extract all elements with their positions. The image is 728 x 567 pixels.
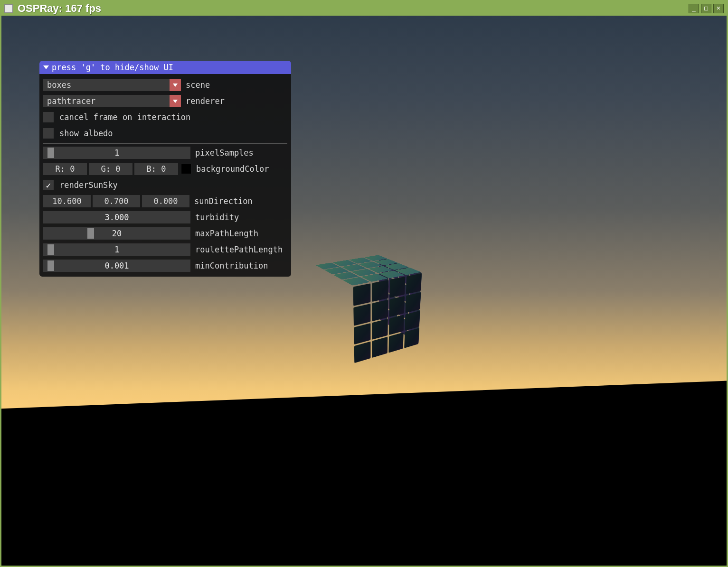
slider-grab[interactable] (87, 228, 94, 239)
turbidity-slider[interactable]: 3.000 (43, 211, 190, 223)
bgcolor-b-input[interactable]: B: 0 (134, 163, 178, 175)
minimize-button[interactable]: _ (689, 4, 699, 13)
settings-panel[interactable]: press 'g' to hide/show UI boxes scene pa… (39, 61, 291, 277)
window-title: OSPRay: 167 fps (18, 2, 687, 15)
pixel-samples-value: 1 (114, 148, 119, 158)
renderer-combo[interactable]: pathtracer (43, 95, 181, 107)
render-sunsky-label: renderSunSky (59, 180, 118, 190)
maxpath-value: 20 (112, 229, 122, 238)
bgcolor-g-input[interactable]: G: 0 (89, 163, 132, 175)
scene-value: boxes (47, 80, 71, 90)
maxpath-label: maxPathLength (195, 229, 258, 238)
bgcolor-r-input[interactable]: R: 0 (43, 163, 87, 175)
roulette-value: 1 (114, 245, 119, 254)
slider-grab[interactable] (47, 244, 54, 255)
scene-combo[interactable]: boxes (43, 79, 181, 91)
maxpath-slider[interactable]: 20 (43, 227, 190, 240)
window-titlebar[interactable]: OSPRay: 167 fps _ □ ✕ (1, 1, 727, 16)
panel-titlebar[interactable]: press 'g' to hide/show UI (39, 61, 291, 74)
boxes-scene (329, 267, 415, 353)
chevron-down-icon (173, 100, 178, 103)
mincontrib-slider[interactable]: 0.001 (43, 260, 190, 272)
pixel-samples-slider[interactable]: 1 (43, 147, 190, 159)
show-albedo-checkbox[interactable] (43, 128, 54, 139)
roulette-label: roulettePathLength (195, 245, 283, 254)
sundir-y-input[interactable]: 0.700 (93, 195, 140, 207)
bgcolor-swatch[interactable] (181, 164, 191, 174)
cube-face-front (352, 272, 422, 364)
scene-label: scene (186, 80, 210, 90)
renderer-label: renderer (186, 96, 225, 106)
mincontrib-label: minContribution (195, 261, 268, 270)
cancel-frame-label: cancel frame on interaction (59, 112, 190, 122)
maximize-button[interactable]: □ (701, 4, 711, 13)
pixel-samples-label: pixelSamples (195, 148, 254, 158)
slider-grab[interactable] (47, 148, 54, 158)
turbidity-label: turbidity (195, 213, 239, 222)
show-albedo-label: show albedo (59, 129, 113, 138)
sundir-x-input[interactable]: 10.600 (43, 195, 91, 207)
app-icon (4, 4, 13, 13)
slider-grab[interactable] (47, 260, 54, 271)
close-button[interactable]: ✕ (713, 4, 724, 13)
cancel-frame-checkbox[interactable] (43, 112, 54, 122)
render-sunsky-checkbox[interactable] (43, 180, 54, 190)
roulette-slider[interactable]: 1 (43, 243, 190, 256)
turbidity-value: 3.000 (104, 213, 129, 222)
bgcolor-label: backgroundColor (196, 164, 269, 174)
separator (43, 143, 287, 144)
mincontrib-value: 0.001 (104, 261, 129, 270)
panel-title: press 'g' to hide/show UI (52, 63, 173, 72)
collapse-icon[interactable] (43, 65, 49, 69)
renderer-value: pathtracer (47, 96, 95, 106)
chevron-down-icon (173, 84, 178, 87)
app-window: OSPRay: 167 fps _ □ ✕ (0, 0, 728, 567)
scene-combo-arrow[interactable] (170, 79, 181, 91)
ground-plane (1, 380, 727, 566)
renderer-combo-arrow[interactable] (170, 95, 181, 107)
sundir-label: sunDirection (194, 196, 253, 206)
render-viewport[interactable]: press 'g' to hide/show UI boxes scene pa… (1, 16, 727, 566)
sundir-z-input[interactable]: 0.000 (142, 195, 189, 207)
